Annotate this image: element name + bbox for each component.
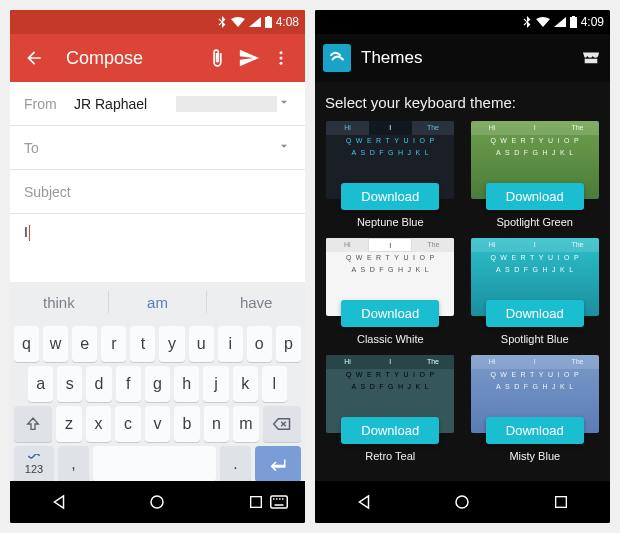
key-n[interactable]: n [204,406,230,442]
key-j[interactable]: j [203,366,228,402]
key-h[interactable]: h [174,366,199,402]
keyboard: q w e r t y u i o p a s d f g h j k l z [10,322,305,490]
svg-point-5 [151,496,163,508]
clock-text: 4:09 [581,15,604,29]
subject-field[interactable]: Subject [10,170,305,214]
attach-button[interactable] [201,42,233,74]
nav-recent-button[interactable] [541,482,581,522]
period-key[interactable]: . [220,446,251,482]
theme-card-neptune-blue[interactable]: HiIThe QWERTYUIOP ASDFGHJKL Download Nep… [325,121,456,228]
svg-rect-8 [273,498,275,500]
key-v[interactable]: v [145,406,171,442]
theme-card-retro-teal[interactable]: HiIThe QWERTYUIOP ASDFGHJKL Download Ret… [325,355,456,462]
key-r[interactable]: r [101,326,126,362]
key-q[interactable]: q [14,326,39,362]
body-text: I [24,224,28,240]
send-button[interactable] [233,42,265,74]
back-button[interactable] [18,42,50,74]
key-x[interactable]: x [86,406,112,442]
download-button[interactable]: Download [486,183,584,210]
bluetooth-icon [217,16,227,28]
nav-home-button[interactable] [442,482,482,522]
key-f[interactable]: f [116,366,141,402]
wifi-icon [536,17,550,27]
theme-name: Neptune Blue [357,216,424,228]
theme-name: Classic White [357,333,424,345]
theme-card-spotlight-blue[interactable]: HiIThe QWERTYUIOP ASDFGHJKL Download Spo… [470,238,601,345]
navigation-bar [10,481,305,523]
appbar-themes: Themes [315,34,610,82]
appbar-gmail: Compose [10,34,305,82]
store-icon[interactable] [580,47,602,69]
suggestion-mid[interactable]: am [109,294,207,311]
key-y[interactable]: y [159,326,184,362]
overflow-menu-button[interactable] [265,42,297,74]
shift-key[interactable] [14,406,52,442]
nav-ime-button[interactable] [259,482,299,522]
compose-area: From JR Raphael To Subject I [10,82,305,282]
nav-back-button[interactable] [39,482,79,522]
to-field[interactable]: To [10,126,305,170]
download-button[interactable]: Download [486,300,584,327]
download-button[interactable]: Download [486,417,584,444]
key-u[interactable]: u [189,326,214,362]
svg-rect-10 [279,498,281,500]
key-c[interactable]: c [115,406,141,442]
phone-left-gmail-compose: 4:08 Compose From JR Raphael To [10,10,305,523]
numbers-key[interactable]: 123 [14,446,54,482]
download-button[interactable]: Download [341,417,439,444]
appbar-title: Themes [361,48,580,68]
download-button[interactable]: Download [341,183,439,210]
key-i[interactable]: i [218,326,243,362]
key-l[interactable]: l [262,366,287,402]
battery-icon [570,16,577,28]
enter-key[interactable] [255,446,301,482]
themes-body: Select your keyboard theme: HiIThe QWERT… [315,82,610,481]
chevron-down-icon[interactable] [277,139,291,156]
download-button[interactable]: Download [341,300,439,327]
key-b[interactable]: b [174,406,200,442]
suggestion-left[interactable]: think [10,294,108,311]
from-label: From [24,96,74,112]
theme-card-spotlight-green[interactable]: HiIThe QWERTYUIOP ASDFGHJKL Download Spo… [470,121,601,228]
key-t[interactable]: t [130,326,155,362]
key-a[interactable]: a [28,366,53,402]
theme-name: Spotlight Green [497,216,573,228]
key-g[interactable]: g [145,366,170,402]
theme-card-classic-white[interactable]: HiIThe QWERTYUIOP ASDFGHJKL Download Cla… [325,238,456,345]
key-m[interactable]: m [233,406,259,442]
theme-name: Retro Teal [365,450,415,462]
chevron-down-icon[interactable] [277,95,291,112]
key-row-2: a s d f g h j k l [14,366,301,402]
theme-name: Spotlight Blue [501,333,569,345]
from-value: JR Raphael [74,96,176,112]
key-s[interactable]: s [57,366,82,402]
statusbar: 4:09 [315,10,610,34]
backspace-key[interactable] [263,406,301,442]
svg-point-15 [456,496,468,508]
key-z[interactable]: z [56,406,82,442]
key-w[interactable]: w [43,326,68,362]
from-field[interactable]: From JR Raphael [10,82,305,126]
text-cursor [29,225,30,241]
nav-home-button[interactable] [137,482,177,522]
key-k[interactable]: k [233,366,258,402]
key-o[interactable]: o [247,326,272,362]
appbar-title: Compose [66,48,201,69]
space-key[interactable] [93,446,216,482]
key-e[interactable]: e [72,326,97,362]
body-field[interactable]: I [10,214,305,282]
key-d[interactable]: d [86,366,111,402]
theme-card-misty-blue[interactable]: HiIThe QWERTYUIOP ASDFGHJKL Download Mis… [470,355,601,462]
swiftkey-app-icon[interactable] [323,44,351,72]
suggestion-right[interactable]: have [207,294,305,311]
comma-key[interactable]: , [58,446,89,482]
nav-back-button[interactable] [344,482,384,522]
key-row-3: z x c v b n m [14,406,301,442]
wifi-icon [231,17,245,27]
signal-icon [554,17,566,27]
clock-text: 4:08 [276,15,299,29]
navigation-bar [315,481,610,523]
bluetooth-icon [522,16,532,28]
key-p[interactable]: p [276,326,301,362]
